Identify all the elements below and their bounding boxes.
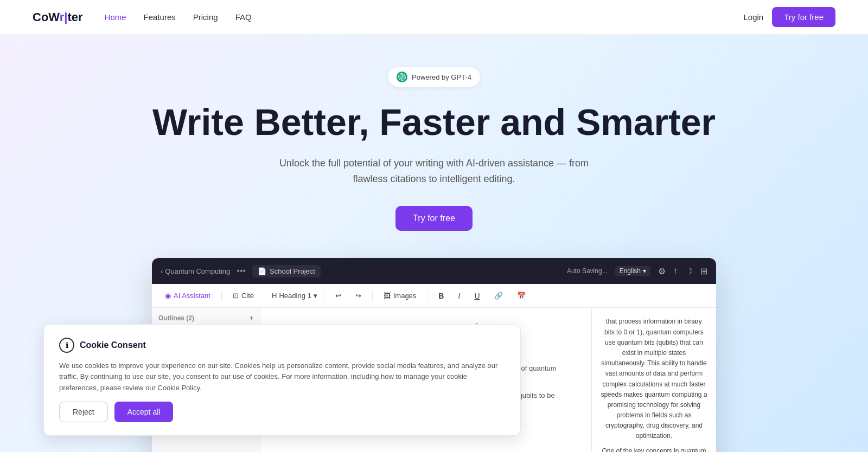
cookie-icon: ℹ <box>59 338 74 353</box>
try-free-button-hero[interactable]: Try for free <box>395 206 473 231</box>
heading-chevron: ▾ <box>314 292 317 300</box>
redo-button[interactable]: ↪ <box>351 289 366 302</box>
auto-saving-label: Auto Saving... <box>567 267 608 275</box>
toolbar-sep-5 <box>427 290 427 301</box>
try-free-button-nav[interactable]: Try for free <box>772 7 835 27</box>
toolbar-sep-1 <box>221 290 222 301</box>
nav-left: CoWr|ter Home Features Pricing FAQ <box>33 10 252 24</box>
heading-selector[interactable]: H Heading 1 ▾ <box>272 292 317 300</box>
nav-links: Home Features Pricing FAQ <box>105 12 252 22</box>
cookie-text: We use cookies to improve your experienc… <box>59 360 505 394</box>
add-outline-icon[interactable]: + <box>250 314 253 322</box>
toolbar-sep-2 <box>265 290 265 301</box>
dark-mode-icon[interactable]: ☽ <box>685 266 693 276</box>
calendar-button[interactable]: 📅 <box>513 289 530 302</box>
nav-home[interactable]: Home <box>105 12 126 22</box>
logo[interactable]: CoWr|ter <box>33 10 83 24</box>
cookie-banner: ℹ Cookie Consent We use cookies to impro… <box>43 324 521 436</box>
underline-button[interactable]: U <box>470 289 484 302</box>
settings-icon[interactable]: ⚙ <box>658 266 666 276</box>
images-button[interactable]: 🖼 Images <box>379 289 421 302</box>
app-topbar: ‹ Quantum Computing ••• 📄 School Project… <box>152 258 716 284</box>
sidebar-title: Outlines (2) + <box>158 314 253 322</box>
accept-all-button[interactable]: Accept all <box>114 402 174 422</box>
undo-button[interactable]: ↩ <box>331 289 346 302</box>
login-button[interactable]: Login <box>744 12 764 22</box>
app-right-panel: that process information in binary bits … <box>591 308 716 452</box>
share-icon[interactable]: ↑ <box>673 266 678 276</box>
lang-chevron: ▾ <box>643 267 646 275</box>
cite-icon: ⊡ <box>233 292 239 300</box>
back-arrow: ‹ <box>161 267 163 275</box>
right-text-1: that process information in binary bits … <box>601 317 707 441</box>
hero-title: Write Better, Faster and Smarter <box>0 102 868 143</box>
ai-assistant-button[interactable]: ◉ AI Assistant <box>161 289 215 302</box>
nav-faq[interactable]: FAQ <box>235 12 252 22</box>
images-label: Images <box>393 292 417 300</box>
nav-right: Login Try for free <box>744 7 836 27</box>
expand-icon[interactable]: ⊞ <box>700 266 707 276</box>
nav-features[interactable]: Features <box>144 12 176 22</box>
cite-label: Cite <box>241 292 254 300</box>
cookie-header: ℹ Cookie Consent <box>59 338 505 353</box>
cookie-actions: Reject Accept all <box>59 402 505 422</box>
link-button[interactable]: 🔗 <box>490 289 507 302</box>
navbar: CoWr|ter Home Features Pricing FAQ Login… <box>0 0 868 35</box>
language-selector[interactable]: English ▾ <box>615 266 650 276</box>
gpt-icon <box>397 72 407 82</box>
toolbar-sep-3 <box>324 290 324 301</box>
heading-label: Heading 1 <box>279 292 311 300</box>
ai-circle-icon: ◉ <box>165 292 171 300</box>
topbar-dots[interactable]: ••• <box>237 266 246 276</box>
cookie-title: Cookie Consent <box>80 340 146 350</box>
nav-pricing[interactable]: Pricing <box>193 12 218 22</box>
app-toolbar: ◉ AI Assistant ⊡ Cite H Heading 1 ▾ ↩ ↪ … <box>152 284 716 308</box>
logo-text: CoWr|ter <box>33 10 83 24</box>
reject-button[interactable]: Reject <box>59 402 108 422</box>
topbar-right: Auto Saving... English ▾ ⚙ ↑ ☽ ⊞ <box>567 266 707 276</box>
doc-name: Quantum Computing <box>165 267 230 275</box>
right-text-2: One of the key concepts in quantum <box>601 446 707 452</box>
outlines-label: Outlines (2) <box>158 314 194 322</box>
powered-badge: Powered by GPT-4 <box>388 67 480 87</box>
powered-label: Powered by GPT-4 <box>412 73 471 81</box>
logo-bracket: r| <box>60 10 68 24</box>
bold-button[interactable]: B <box>434 289 448 302</box>
topbar-doc: 📄 School Project <box>252 265 321 277</box>
heading-icon: H <box>272 292 277 300</box>
toolbar-sep-4 <box>372 290 373 301</box>
italic-button[interactable]: I <box>454 289 464 302</box>
topbar-left: ‹ Quantum Computing ••• 📄 School Project <box>161 265 321 277</box>
doc-icon: 📄 <box>258 267 266 275</box>
hero-subtitle: Unlock the full potential of your writin… <box>266 156 602 187</box>
images-icon: 🖼 <box>384 292 391 300</box>
language-label: English <box>620 267 641 275</box>
ai-assistant-label: AI Assistant <box>174 292 210 300</box>
topbar-back[interactable]: ‹ Quantum Computing <box>161 267 230 275</box>
gpt-svg <box>398 73 406 81</box>
school-project-label: School Project <box>270 267 315 275</box>
cite-button[interactable]: ⊡ Cite <box>228 289 258 302</box>
